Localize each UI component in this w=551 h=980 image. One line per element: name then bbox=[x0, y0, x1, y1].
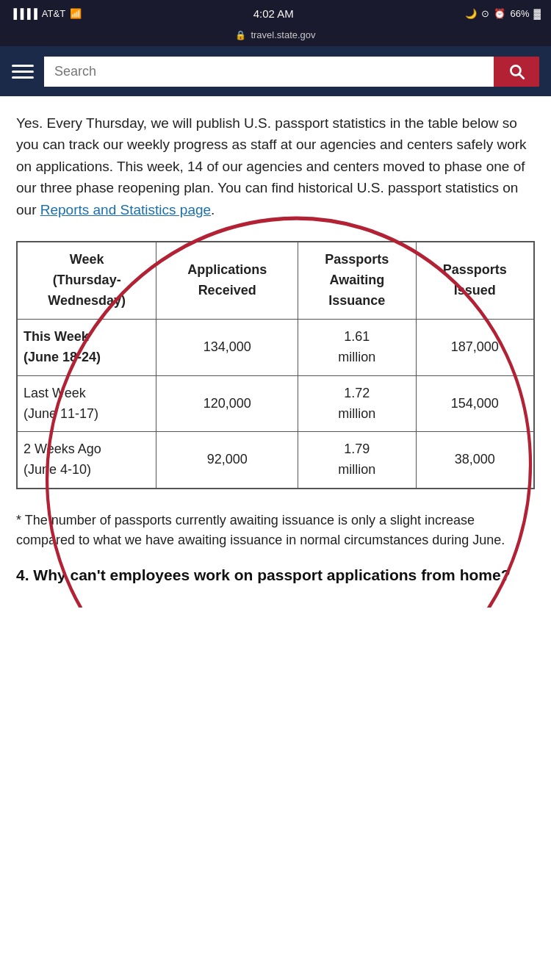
issued-cell: 154,000 bbox=[416, 375, 533, 432]
wifi-icon: 📶 bbox=[70, 8, 82, 19]
status-right: 🌙 ⊙ ⏰ 66% ▓ bbox=[465, 8, 541, 19]
url-display: travel.state.gov bbox=[251, 29, 315, 40]
time-display: 4:02 AM bbox=[253, 7, 294, 20]
week-cell: Last Week(June 11-17) bbox=[18, 375, 156, 432]
search-button[interactable] bbox=[494, 57, 539, 87]
hamburger-line-3 bbox=[12, 76, 34, 79]
week-cell: This Week(June 18-24) bbox=[18, 319, 156, 375]
moon-icon: 🌙 bbox=[465, 8, 477, 19]
passport-table-wrapper: Week(Thursday-Wednesday) ApplicationsRec… bbox=[16, 241, 535, 489]
awaiting-cell: 1.72million bbox=[298, 375, 416, 432]
alarm-icon: ⏰ bbox=[494, 8, 505, 19]
lock-icon: 🔒 bbox=[235, 30, 246, 40]
issued-cell: 187,000 bbox=[416, 319, 533, 375]
applications-cell: 120,000 bbox=[156, 375, 298, 432]
applications-cell: 134,000 bbox=[156, 319, 298, 375]
status-left: ▐▐▐▐ AT&T 📶 bbox=[10, 8, 82, 19]
table-row: Last Week(June 11-17) 120,000 1.72millio… bbox=[18, 375, 534, 432]
intro-paragraph: Yes. Every Thursday, we will publish U.S… bbox=[16, 112, 535, 220]
search-container bbox=[44, 57, 539, 87]
awaiting-cell: 1.79million bbox=[298, 432, 416, 489]
table-header-row: Week(Thursday-Wednesday) ApplicationsRec… bbox=[18, 242, 534, 320]
main-content: Yes. Every Thursday, we will publish U.S… bbox=[0, 96, 551, 608]
issued-cell: 38,000 bbox=[416, 432, 533, 489]
hamburger-menu[interactable] bbox=[12, 65, 34, 79]
col-applications-header: ApplicationsReceived bbox=[156, 242, 298, 320]
nav-bar bbox=[0, 46, 551, 96]
signal-icon: ▐▐▐▐ bbox=[10, 8, 37, 19]
search-icon bbox=[507, 62, 526, 81]
col-week-header: Week(Thursday-Wednesday) bbox=[18, 242, 156, 320]
status-bar: ▐▐▐▐ AT&T 📶 4:02 AM 🌙 ⊙ ⏰ 66% ▓ bbox=[0, 0, 551, 26]
col-issued-header: PassportsIssued bbox=[416, 242, 533, 320]
battery-icon: ▓ bbox=[534, 8, 541, 19]
applications-cell: 92,000 bbox=[156, 432, 298, 489]
battery-label: 66% bbox=[510, 8, 529, 19]
location-icon: ⊙ bbox=[481, 8, 489, 19]
address-bar: 🔒 travel.state.gov bbox=[0, 26, 551, 46]
hamburger-line-2 bbox=[12, 71, 34, 73]
week-cell: 2 Weeks Ago(June 4-10) bbox=[18, 432, 156, 489]
awaiting-cell: 1.61million bbox=[298, 319, 416, 375]
carrier-label: AT&T bbox=[42, 8, 65, 19]
section-heading: 4. Why can't employees work on passport … bbox=[16, 563, 535, 588]
table-row: 2 Weeks Ago(June 4-10) 92,000 1.79millio… bbox=[18, 432, 534, 489]
search-input[interactable] bbox=[44, 57, 494, 87]
reports-link[interactable]: Reports and Statistics page bbox=[40, 202, 211, 217]
col-awaiting-header: PassportsAwaitingIssuance bbox=[298, 242, 416, 320]
table-annotation-wrapper: Week(Thursday-Wednesday) ApplicationsRec… bbox=[16, 234, 535, 504]
table-row: This Week(June 18-24) 134,000 1.61millio… bbox=[18, 319, 534, 375]
footnote-text: * The number of passports currently awai… bbox=[16, 511, 535, 550]
hamburger-line-1 bbox=[12, 65, 34, 67]
passport-table: Week(Thursday-Wednesday) ApplicationsRec… bbox=[17, 242, 534, 489]
